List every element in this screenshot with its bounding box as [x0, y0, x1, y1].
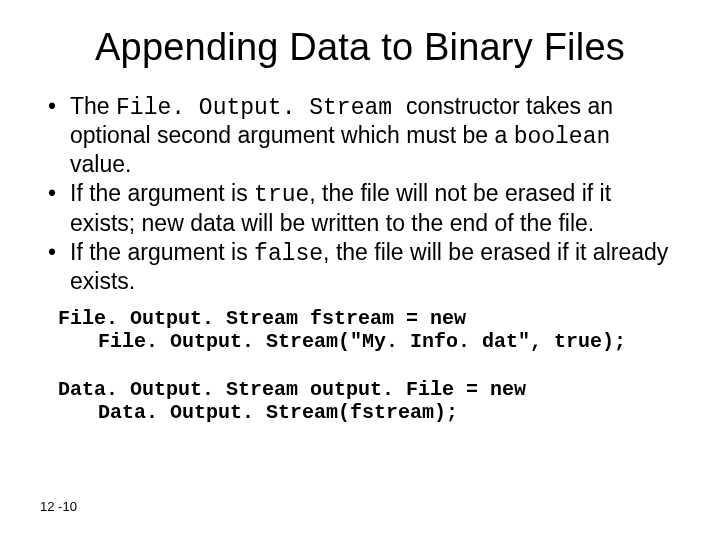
code-block: File. Output. Stream fstream = new File.… — [40, 307, 680, 425]
bullet-text: value. — [70, 151, 131, 177]
code-line: Data. Output. Stream output. File = new — [58, 378, 526, 401]
code-line: Data. Output. Stream(fstream); — [58, 401, 680, 425]
bullet-text: If the argument is — [70, 180, 254, 206]
slide-title: Appending Data to Binary Files — [40, 26, 680, 69]
bullet-text: If the argument is — [70, 239, 254, 265]
inline-code: boolean — [514, 124, 611, 150]
inline-code: File. Output. Stream — [116, 95, 406, 121]
bullet-item: If the argument is true, the file will n… — [46, 180, 680, 236]
inline-code: true — [254, 182, 309, 208]
code-line: File. Output. Stream("My. Info. dat", tr… — [58, 330, 680, 354]
bullet-item: If the argument is false, the file will … — [46, 239, 680, 295]
slide: Appending Data to Binary Files The File.… — [0, 0, 720, 540]
code-line: File. Output. Stream fstream = new — [58, 307, 466, 330]
bullet-item: The File. Output. Stream constructor tak… — [46, 93, 680, 178]
inline-code: false — [254, 241, 323, 267]
bullet-text: The — [70, 93, 116, 119]
page-number: 12 -10 — [40, 499, 77, 514]
bullet-list: The File. Output. Stream constructor tak… — [40, 93, 680, 295]
